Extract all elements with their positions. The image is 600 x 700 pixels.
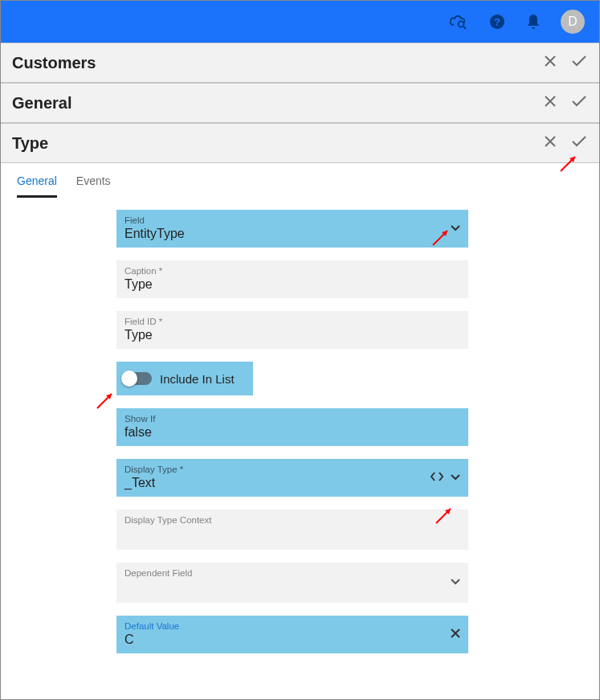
close-icon[interactable] xyxy=(543,134,557,152)
field-label: Field xyxy=(124,215,460,225)
field-entity-type[interactable]: Field EntityType xyxy=(116,210,468,248)
form-scroll-area[interactable]: Field EntityType ? Caption * Type ? Fiel… xyxy=(1,210,599,698)
field-caption[interactable]: Caption * Type xyxy=(116,260,468,298)
tab-general[interactable]: General xyxy=(17,174,57,198)
section-general: General xyxy=(1,83,599,123)
field-label: Caption * xyxy=(124,266,460,276)
tabs: General Events xyxy=(1,163,599,198)
field-label: Dependent Field xyxy=(124,568,460,578)
field-label: Display Type * xyxy=(124,465,460,474)
field-default-value[interactable]: Default Value C xyxy=(116,616,468,653)
svg-point-0 xyxy=(459,22,464,27)
close-icon[interactable] xyxy=(449,627,462,643)
check-icon[interactable] xyxy=(570,94,588,112)
topbar: ? D xyxy=(1,1,599,43)
include-in-list-toggle[interactable] xyxy=(123,372,152,385)
field-display-type-context[interactable]: Display Type Context xyxy=(116,510,468,550)
field-value: false xyxy=(124,425,460,441)
tab-events[interactable]: Events xyxy=(76,174,111,198)
section-title: General xyxy=(12,94,71,113)
toggle-label: Include In List xyxy=(160,372,235,386)
include-in-list-toggle-row: Include In List xyxy=(116,362,253,395)
field-label: Show If xyxy=(124,414,460,424)
field-value: Type xyxy=(124,277,460,293)
chevron-down-icon[interactable] xyxy=(449,575,462,591)
chevron-down-icon[interactable] xyxy=(449,470,462,486)
field-label: Display Type Context xyxy=(124,515,460,525)
cloud-search-icon[interactable] xyxy=(448,13,469,31)
field-display-type[interactable]: Display Type * _Text xyxy=(116,459,468,497)
help-icon[interactable]: ? xyxy=(488,13,506,31)
avatar[interactable]: D xyxy=(561,10,585,34)
field-value xyxy=(124,526,460,542)
field-value: Type xyxy=(124,328,460,344)
check-icon[interactable] xyxy=(570,54,588,72)
field-value: C xyxy=(124,632,460,649)
section-title: Type xyxy=(12,134,48,153)
code-icon[interactable] xyxy=(430,471,444,485)
avatar-letter: D xyxy=(568,14,578,29)
field-label: Field ID * xyxy=(124,317,460,326)
field-id[interactable]: Field ID * Type xyxy=(116,311,468,349)
field-value xyxy=(124,579,460,596)
section-type: Type xyxy=(1,123,599,163)
field-value: _Text xyxy=(124,476,460,492)
close-icon[interactable] xyxy=(543,54,557,72)
toggle-knob xyxy=(121,370,137,387)
section-customers: Customers xyxy=(1,43,599,83)
field-dependent-field[interactable]: Dependent Field xyxy=(116,563,468,603)
field-value: EntityType xyxy=(124,227,460,243)
section-title: Customers xyxy=(12,54,96,72)
svg-line-1 xyxy=(463,27,466,29)
check-icon[interactable] xyxy=(570,134,588,152)
svg-text:?: ? xyxy=(494,16,500,28)
field-label: Default Value xyxy=(124,621,460,631)
chevron-down-icon[interactable] xyxy=(449,221,462,237)
bell-icon[interactable] xyxy=(525,13,541,31)
close-icon[interactable] xyxy=(543,94,557,112)
field-show-if[interactable]: Show If false xyxy=(116,408,468,446)
